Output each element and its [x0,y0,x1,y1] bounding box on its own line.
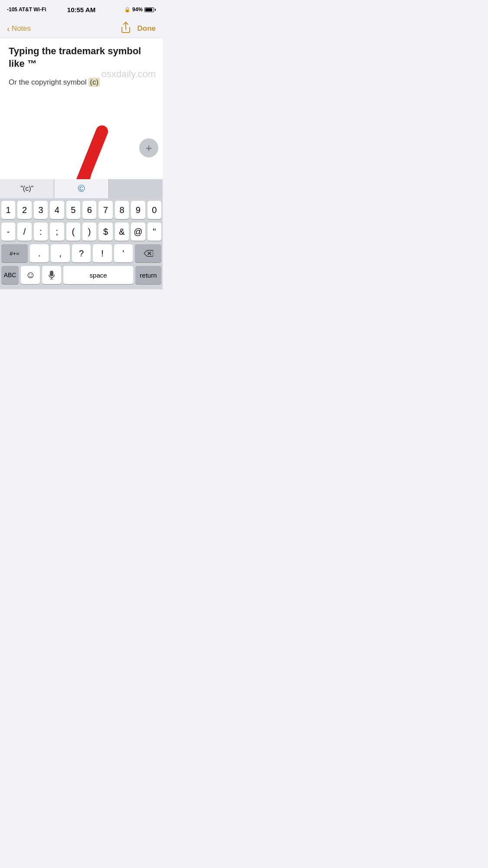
key-backspace[interactable] [135,244,161,262]
emoji-icon: ☺ [26,269,35,281]
key-amp[interactable]: & [115,223,129,241]
battery-percent: 94% [132,7,143,13]
chevron-left-icon: ‹ [7,24,10,33]
battery-icon [144,7,156,12]
status-bar: -105 AT&T Wi-Fi 10:55 AM 🔒 94% [0,0,163,19]
plus-icon: + [145,141,152,155]
key-colon[interactable]: : [34,223,48,241]
key-9[interactable]: 9 [131,201,145,219]
svg-marker-0 [61,129,102,179]
carrier-text: -105 AT&T Wi-Fi [7,7,46,13]
key-6[interactable]: 6 [82,201,96,219]
key-mic[interactable] [42,266,61,284]
autocomplete-option-1[interactable]: "(c)" [0,179,54,198]
key-question[interactable]: ? [72,244,91,262]
note-title: Typing the trademark symbol like ™ [9,45,154,70]
key-7[interactable]: 7 [98,201,112,219]
screen: -105 AT&T Wi-Fi 10:55 AM 🔒 94% ‹ Notes [0,0,163,289]
content-area[interactable]: Typing the trademark symbol like ™ Or th… [0,38,163,179]
key-4[interactable]: 4 [50,201,64,219]
lock-icon: 🔒 [124,7,131,13]
key-closeparen[interactable]: ) [82,223,96,241]
autocomplete-label-2: © [78,183,85,194]
note-body: Or the copyright symbol (c) [9,77,154,88]
note-content[interactable]: Typing the trademark symbol like ™ Or th… [0,38,163,125]
copyright-highlight: (c) [88,78,100,87]
key-at[interactable]: @ [131,223,145,241]
nav-actions: Done [121,22,156,35]
keyboard-row-3: #+= . , ? ! ' [1,244,161,262]
nav-bar: ‹ Notes Done [0,19,163,38]
back-button[interactable]: ‹ Notes [7,24,31,33]
key-openparen[interactable]: ( [66,223,80,241]
keyboard: 1 2 3 4 5 6 7 8 9 0 - / : ; ( ) $ & @ " … [0,198,163,289]
key-abc[interactable]: ABC [1,266,19,284]
svg-line-1 [63,131,102,179]
status-right: 🔒 94% [124,7,156,13]
key-exclaim[interactable]: ! [93,244,111,262]
key-0[interactable]: 0 [147,201,161,219]
key-apostrophe[interactable]: ' [114,244,133,262]
keyboard-row-2: - / : ; ( ) $ & @ " [1,223,161,241]
autocomplete-option-2[interactable]: © [54,179,108,198]
key-emoji[interactable]: ☺ [21,266,40,284]
time-text: 10:55 AM [67,6,95,13]
key-space[interactable]: space [63,266,133,284]
key-dash[interactable]: - [1,223,15,241]
arrow-annotation [0,125,163,179]
key-1[interactable]: 1 [1,201,15,219]
svg-rect-5 [50,271,53,276]
autocomplete-option-3[interactable] [109,179,163,198]
back-label: Notes [12,24,31,33]
key-return[interactable]: return [135,266,161,284]
key-period[interactable]: . [30,244,49,262]
key-slash[interactable]: / [17,223,31,241]
key-semicolon[interactable]: ; [50,223,64,241]
autocomplete-bar: "(c)" © [0,179,163,198]
key-3[interactable]: 3 [34,201,48,219]
key-2[interactable]: 2 [17,201,31,219]
key-5[interactable]: 5 [66,201,80,219]
key-quote[interactable]: " [147,223,161,241]
keyboard-row-1: 1 2 3 4 5 6 7 8 9 0 [1,201,161,219]
key-comma[interactable]: , [51,244,69,262]
key-8[interactable]: 8 [115,201,129,219]
done-button[interactable]: Done [138,24,156,33]
note-body-text: Or the copyright symbol [9,78,88,86]
keyboard-row-4: ABC ☺ space return [1,266,161,284]
key-symbols[interactable]: #+= [1,244,28,262]
autocomplete-label-1: "(c)" [20,185,33,193]
plus-button[interactable]: + [139,138,158,157]
share-button[interactable] [121,22,131,35]
key-dollar[interactable]: $ [98,223,112,241]
